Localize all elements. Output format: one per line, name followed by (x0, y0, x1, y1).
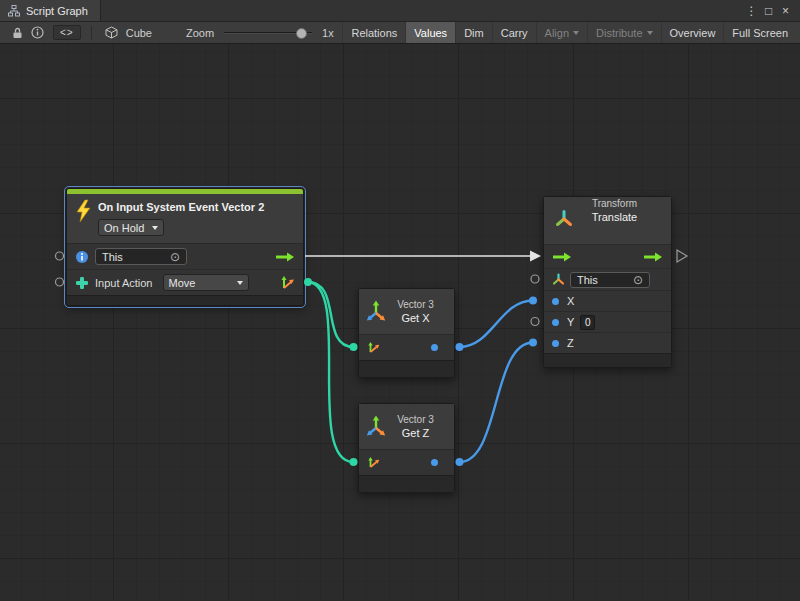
port-event-flow-in[interactable] (56, 252, 64, 260)
transform-icon (554, 209, 574, 229)
zoom-label: Zoom (186, 27, 214, 39)
port-event-action-in[interactable] (56, 278, 64, 286)
port-y-dot[interactable] (552, 319, 559, 326)
port-getx-out[interactable] (456, 343, 464, 351)
get-z-output-port[interactable] (431, 459, 438, 466)
port-x-label: X (567, 295, 574, 307)
object-name: Cube (126, 27, 152, 39)
kebab-menu-icon[interactable]: ⋮ (743, 4, 760, 18)
get-x-port-row (359, 334, 454, 360)
tab-title: Script Graph (26, 5, 88, 17)
port-event-vector2-out[interactable] (304, 278, 312, 286)
port-z-dot[interactable] (552, 340, 559, 347)
port-translate-y-in[interactable] (531, 318, 539, 326)
connection-getx-to-x[interactable] (460, 301, 534, 348)
translate-header: Transform Translate (544, 197, 671, 244)
event-node-footer (67, 295, 303, 305)
tab-script-graph[interactable]: Script Graph (0, 0, 101, 21)
port-translate-z-in[interactable] (529, 339, 537, 347)
connection-getz-to-z[interactable] (460, 343, 534, 463)
event-input-action-row: Input Action Move (67, 269, 303, 295)
vector3-input-port-icon[interactable] (367, 341, 380, 354)
zoom-value: 1x (322, 27, 334, 39)
window-controls: ⋮ □ × (743, 0, 800, 21)
overview-button[interactable]: Overview (661, 22, 724, 43)
port-translate-target-in[interactable] (531, 275, 539, 283)
port-getz-in[interactable] (350, 458, 358, 466)
flow-output-arrow-icon[interactable] (643, 251, 663, 263)
node-translate[interactable]: Transform Translate (543, 196, 672, 368)
event-mode-dropdown[interactable]: On Hold (98, 219, 164, 236)
script-graph-window: Script Graph ⋮ □ × <> (0, 0, 800, 601)
translate-target-field[interactable]: This ⊙ (570, 272, 650, 288)
graph-canvas[interactable]: On Input System Event Vector 2 On Hold T… (0, 44, 800, 601)
relations-button[interactable]: Relations (342, 22, 405, 43)
get-z-category: Vector 3 (377, 413, 454, 426)
y-value-input[interactable]: 0 (580, 315, 595, 330)
vector3-input-port-icon[interactable] (367, 456, 380, 469)
node-on-input-system-event[interactable]: On Input System Event Vector 2 On Hold T… (66, 188, 304, 306)
event-target-row: This ⊙ (67, 243, 303, 269)
script-graph-icon (8, 5, 20, 17)
port-y-label: Y (567, 316, 574, 328)
get-z-operation: Get Z (377, 426, 454, 440)
get-x-footer (359, 360, 454, 377)
transform-mini-icon (552, 273, 565, 286)
event-node-header: On Input System Event Vector 2 On Hold (67, 194, 303, 243)
get-z-header: Vector 3 Get Z (359, 404, 454, 449)
get-z-footer (359, 475, 454, 492)
translate-x-row: X (544, 290, 671, 311)
info-icon[interactable] (27, 22, 47, 43)
align-dropdown-button[interactable]: Align (536, 22, 587, 43)
connection-vector2-to-getz[interactable] (308, 282, 354, 462)
lightning-bolt-icon (75, 198, 91, 224)
values-button[interactable]: Values (405, 22, 455, 43)
translate-y-row: Y 0 (544, 311, 671, 332)
zoom-slider-handle[interactable] (296, 28, 307, 39)
object-picker-icon[interactable]: ⊙ (170, 251, 180, 263)
dim-button[interactable]: Dim (455, 22, 492, 43)
vector2-output-port-icon[interactable] (280, 275, 295, 290)
lock-icon[interactable] (7, 22, 27, 43)
connection-vector2-to-getx[interactable] (308, 282, 354, 347)
flow-output-arrow-icon[interactable] (275, 251, 295, 263)
chevron-down-icon (237, 281, 243, 285)
port-translate-x-in[interactable] (529, 297, 537, 305)
input-action-dropdown[interactable]: Move (163, 274, 249, 291)
flow-input-arrow-icon[interactable] (552, 251, 572, 263)
port-x-dot[interactable] (552, 298, 559, 305)
translate-target-row: This ⊙ (544, 268, 671, 290)
get-z-port-row (359, 449, 454, 475)
carry-button[interactable]: Carry (492, 22, 536, 43)
graph-toolbar: <> Cube Zoom 1x Relations Values Dim Car… (0, 22, 800, 44)
translate-z-row: Z (544, 332, 671, 353)
close-icon[interactable]: × (777, 4, 794, 18)
event-target-field[interactable]: This ⊙ (95, 248, 187, 265)
translate-flow-row (544, 244, 671, 268)
object-picker-icon[interactable]: ⊙ (633, 274, 643, 286)
chevron-down-icon (573, 31, 579, 35)
cube-icon (102, 22, 122, 43)
get-x-header: Vector 3 Get X (359, 289, 454, 334)
toolbar-separator (91, 26, 92, 40)
port-getx-in[interactable] (350, 343, 358, 351)
translate-footer (544, 353, 671, 367)
info-badge-icon (75, 250, 89, 264)
port-z-label: Z (567, 337, 574, 349)
chevron-down-icon (647, 31, 653, 35)
event-node-title: On Input System Event Vector 2 (98, 200, 264, 215)
input-action-label: Input Action (95, 277, 153, 289)
fullscreen-button[interactable]: Full Screen (723, 22, 796, 43)
node-get-z[interactable]: Vector 3 Get Z (358, 403, 455, 493)
vector3-icon (365, 300, 387, 322)
zoom-slider (224, 27, 312, 39)
port-getz-out[interactable] (456, 458, 464, 466)
port-translate-flow-out[interactable] (677, 250, 687, 262)
chevron-down-icon (152, 226, 158, 230)
distribute-dropdown-button[interactable]: Distribute (587, 22, 660, 43)
input-action-icon (75, 276, 89, 290)
maximize-icon[interactable]: □ (760, 4, 777, 18)
get-x-output-port[interactable] (431, 344, 438, 351)
node-get-x[interactable]: Vector 3 Get X (358, 288, 455, 378)
code-view-icon[interactable]: <> (53, 25, 81, 40)
